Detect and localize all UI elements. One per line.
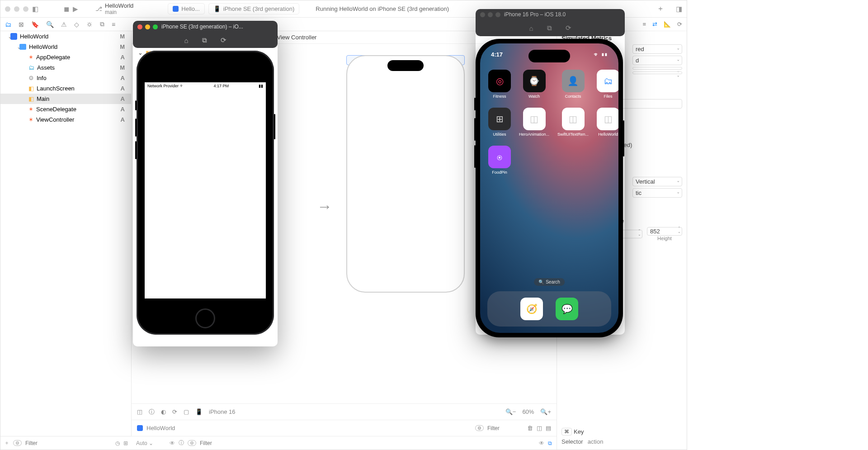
refresh-icon[interactable]: ⟳ (677, 21, 682, 28)
key-modifier-chip[interactable]: ⌘ (561, 428, 572, 436)
nav-file-appdelegate[interactable]: ✶AppDelegateA (0, 52, 131, 62)
simmetric-select[interactable]: red (632, 44, 682, 54)
simmetric-select[interactable]: d (632, 56, 682, 65)
screenshot-icon[interactable]: ⧉ (202, 36, 207, 44)
symbol-navigator-icon[interactable]: ⊠ (19, 21, 24, 28)
nav-file-assets[interactable]: 🗂AssetsM (0, 62, 131, 73)
scm-status: M (120, 64, 125, 71)
window-traffic-lights[interactable] (5, 6, 28, 12)
stop-button[interactable]: ◼ (64, 5, 69, 13)
scm-filter-icon[interactable]: ⊞ (123, 440, 128, 446)
app-heroanimation[interactable]: ◫HeroAnimation... (519, 108, 549, 137)
right-panel-toggle-icon[interactable]: ◨ (676, 5, 682, 13)
simulator-iphone-16-pro-window[interactable]: iPhone 16 Pro – iOS 18.0 ⌂ ⧉ ⟳ 4:17 ᯤ ▮▮… (476, 9, 625, 335)
editor-options-icon[interactable]: ≡ (642, 21, 646, 28)
filter-scope-button[interactable]: ⚙ (475, 425, 484, 431)
split-console-icon[interactable]: ◫ (537, 425, 542, 431)
sim-16-titlebar[interactable]: iPhone 16 Pro – iOS 18.0 (476, 9, 625, 20)
debug-bar: HelloWorld ⚙ 🗑 ◫ ▤ (132, 420, 557, 436)
app-files[interactable]: 🗂Files (597, 70, 618, 99)
bookmark-navigator-icon[interactable]: 🔖 (31, 21, 39, 28)
screenshot-icon[interactable]: ⧉ (547, 24, 552, 32)
debug-filter-input[interactable] (487, 425, 524, 431)
zoom-label[interactable]: 60% (522, 408, 534, 415)
tab-device[interactable]: 📱 iPhone SE (3rd generation) (208, 3, 300, 14)
home-button-icon[interactable]: ⌂ (529, 24, 533, 32)
filter-scope-button[interactable]: ⚙ (188, 440, 196, 446)
dock-app-safari[interactable]: 🧭 (520, 298, 543, 320)
sim-16-traffic-lights[interactable] (480, 12, 500, 17)
nav-file-launchscreen[interactable]: ◧LaunchScreenA (0, 83, 131, 94)
sidebar-toggle-icon[interactable]: ◧ (32, 5, 38, 13)
view-debug-icon[interactable]: 👁 (170, 440, 175, 446)
report-navigator-icon[interactable]: ≡ (112, 21, 115, 28)
device-label[interactable]: iPhone 16 (209, 408, 236, 415)
disclosure-icon[interactable]: ⌄ (3, 43, 17, 50)
trash-icon[interactable]: 🗑 (527, 425, 533, 431)
recent-filter-icon[interactable]: ◷ (115, 440, 120, 446)
editor-filter-input[interactable] (200, 440, 366, 446)
app-watch[interactable]: ⌚Watch (519, 70, 549, 99)
help-icon[interactable]: ⓘ (149, 408, 155, 416)
height-stepper[interactable]: 852 (647, 227, 682, 236)
zoom-in-button[interactable]: 🔍+ (540, 408, 551, 415)
simmetric-select[interactable] (632, 67, 682, 70)
info-icon[interactable]: ⓘ (179, 439, 184, 447)
breakpoint-navigator-icon[interactable]: ⧉ (100, 20, 104, 28)
navigator-filter-input[interactable] (25, 440, 112, 446)
iphone-16-pro-screen[interactable]: 4:17 ᯤ ▮▮ ◎Fitness⌚Watch👤Contacts🗂Files⊞… (480, 43, 618, 333)
spotlight-search-pill[interactable]: 🔍 Search (534, 278, 565, 286)
home-button[interactable] (195, 308, 215, 328)
sim-se-titlebar[interactable]: iPhone SE (3rd generation) – iO... (133, 21, 278, 33)
insp-popup-tic[interactable]: tic (632, 188, 682, 198)
app-contacts[interactable]: 👤Contacts (557, 70, 589, 99)
ruler-icon[interactable]: 📐 (664, 21, 671, 28)
issue-navigator-icon[interactable]: ⚠ (61, 21, 67, 28)
insp-popup-vertical[interactable]: Vertical (632, 177, 682, 186)
outline-toggle-icon[interactable]: ◫ (137, 408, 142, 415)
nav-file-info[interactable]: ⚙InfoA (0, 73, 131, 83)
initial-vc-arrow-icon[interactable]: → (317, 198, 332, 215)
app-fitness[interactable]: ◎Fitness (488, 70, 511, 99)
device-picker-icon[interactable]: 📱 (195, 408, 203, 415)
rotate-icon[interactable]: ⟳ (566, 24, 571, 32)
iphone-se-screen[interactable]: Network Provider ᯤ 4:17 PM ▮▮ (145, 82, 266, 298)
auto-layout-popup[interactable]: Auto ⌄ (136, 440, 153, 446)
scheme-selector[interactable]: ⎇ HelloWorld main (95, 2, 133, 15)
app-foodpin[interactable]: ⍟FoodPin (488, 146, 511, 175)
simmetric-select[interactable] (632, 71, 682, 74)
disclosure-icon[interactable]: ⌄ (3, 33, 8, 40)
run-button[interactable]: ▶ (73, 5, 78, 13)
project-navigator-icon[interactable]: 🗂 (5, 21, 11, 28)
nav-file-scenedelegate[interactable]: ✶SceneDelegateA (0, 104, 131, 114)
nav-file-main[interactable]: ◧MainA (0, 94, 131, 104)
orientation-icon[interactable]: ⟳ (172, 408, 177, 415)
app-helloworld[interactable]: ◫HelloWorld (597, 108, 618, 137)
debug-target-label[interactable]: HelloWorld (146, 425, 175, 431)
add-file-button[interactable]: ＋ (4, 439, 9, 447)
simulator-iphone-se-window[interactable]: iPhone SE (3rd generation) – iO... ⌂ ⧉ ⟳… (133, 21, 278, 346)
zoom-out-button[interactable]: 🔍− (505, 408, 516, 415)
adjust-icon[interactable]: ⇄ (652, 21, 657, 28)
hierarchy-icon[interactable]: ⧉ (548, 440, 552, 446)
add-tab-button[interactable]: ＋ (657, 4, 664, 14)
test-navigator-icon[interactable]: ◇ (74, 21, 79, 28)
sim-se-traffic-lights[interactable] (137, 24, 158, 29)
dock-app-messages[interactable]: 💬 (556, 298, 578, 320)
constraints-icon[interactable]: ▢ (184, 408, 189, 415)
tab-hello[interactable]: Hello... (168, 3, 204, 14)
console-icon[interactable]: ▤ (546, 425, 551, 431)
app-utilities[interactable]: ⊞Utilities (488, 108, 511, 137)
nav-root[interactable]: ⌄ HelloWorld M (0, 31, 131, 42)
home-button-icon[interactable]: ⌂ (184, 37, 188, 44)
debug-navigator-icon[interactable]: ⛭ (86, 21, 93, 28)
find-navigator-icon[interactable]: 🔍 (46, 21, 54, 28)
view-icon[interactable]: 👁 (539, 440, 544, 446)
rotate-icon[interactable]: ⟳ (221, 36, 226, 44)
canvas-device-frame[interactable] (346, 55, 465, 293)
app-swiftuitextren[interactable]: ◫SwiftUITextRen... (557, 108, 589, 137)
appearance-icon[interactable]: ◐ (161, 408, 166, 415)
nav-group[interactable]: ⌄ HelloWorld M (0, 42, 131, 52)
nav-file-viewcontroller[interactable]: ✶ViewControllerA (0, 114, 131, 125)
filter-scope-button[interactable]: ⚙ (13, 440, 22, 446)
